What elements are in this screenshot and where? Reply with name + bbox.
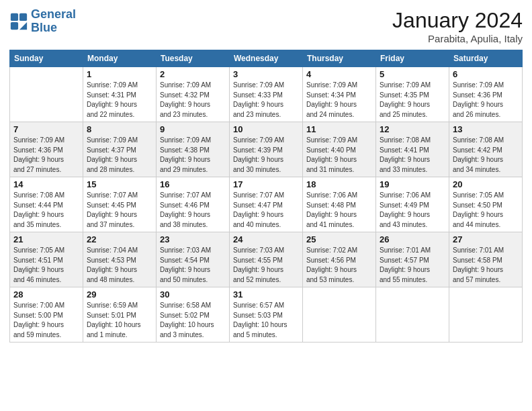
table-row: [303, 287, 376, 342]
day-info: Sunrise: 7:09 AM Sunset: 4:38 PM Dayligh…: [160, 136, 226, 175]
day-info: Sunrise: 7:09 AM Sunset: 4:39 PM Dayligh…: [233, 136, 299, 175]
table-row: 31Sunrise: 6:57 AM Sunset: 5:03 PM Dayli…: [230, 287, 303, 342]
day-info: Sunrise: 7:07 AM Sunset: 4:45 PM Dayligh…: [87, 191, 152, 230]
day-info: Sunrise: 7:09 AM Sunset: 4:36 PM Dayligh…: [13, 136, 79, 175]
col-tuesday: Tuesday: [157, 50, 230, 67]
col-sunday: Sunday: [10, 50, 83, 67]
table-row: 16Sunrise: 7:07 AM Sunset: 4:46 PM Dayli…: [157, 177, 230, 232]
day-info: Sunrise: 6:58 AM Sunset: 5:02 PM Dayligh…: [160, 301, 226, 340]
table-row: 4Sunrise: 7:09 AM Sunset: 4:34 PM Daylig…: [303, 67, 376, 122]
day-info: Sunrise: 7:09 AM Sunset: 4:33 PM Dayligh…: [233, 81, 299, 120]
table-row: [10, 67, 83, 122]
table-row: 13Sunrise: 7:08 AM Sunset: 4:42 PM Dayli…: [449, 122, 523, 177]
logo-icon: [9, 12, 28, 31]
day-number: 2: [160, 69, 226, 79]
day-info: Sunrise: 7:09 AM Sunset: 4:37 PM Dayligh…: [87, 136, 152, 175]
day-number: 25: [306, 234, 372, 244]
calendar-table: Sunday Monday Tuesday Wednesday Thursday…: [9, 50, 523, 342]
calendar-week-2: 7Sunrise: 7:09 AM Sunset: 4:36 PM Daylig…: [10, 122, 523, 177]
page-header: General Blue January 2024 Parabita, Apul…: [9, 8, 523, 44]
day-number: 3: [233, 69, 299, 79]
table-row: 18Sunrise: 7:06 AM Sunset: 4:48 PM Dayli…: [303, 177, 376, 232]
day-info: Sunrise: 7:09 AM Sunset: 4:32 PM Dayligh…: [160, 81, 226, 120]
day-info: Sunrise: 7:09 AM Sunset: 4:40 PM Dayligh…: [306, 136, 372, 175]
table-row: 15Sunrise: 7:07 AM Sunset: 4:45 PM Dayli…: [83, 177, 157, 232]
day-number: 17: [233, 179, 299, 189]
day-number: 16: [160, 179, 226, 189]
day-number: 24: [233, 234, 299, 244]
table-row: 27Sunrise: 7:01 AM Sunset: 4:58 PM Dayli…: [449, 232, 523, 287]
day-number: 20: [453, 179, 519, 189]
day-number: 27: [453, 234, 519, 244]
table-row: 1Sunrise: 7:09 AM Sunset: 4:31 PM Daylig…: [83, 67, 157, 122]
day-info: Sunrise: 7:08 AM Sunset: 4:42 PM Dayligh…: [453, 136, 519, 175]
day-number: 21: [13, 234, 79, 244]
table-row: 30Sunrise: 6:58 AM Sunset: 5:02 PM Dayli…: [157, 287, 230, 342]
day-number: 7: [13, 124, 79, 134]
table-row: 22Sunrise: 7:04 AM Sunset: 4:53 PM Dayli…: [83, 232, 157, 287]
day-number: 23: [160, 234, 226, 244]
day-info: Sunrise: 7:03 AM Sunset: 4:54 PM Dayligh…: [160, 246, 226, 285]
table-row: 10Sunrise: 7:09 AM Sunset: 4:39 PM Dayli…: [230, 122, 303, 177]
table-row: 25Sunrise: 7:02 AM Sunset: 4:56 PM Dayli…: [303, 232, 376, 287]
col-friday: Friday: [376, 50, 449, 67]
day-info: Sunrise: 7:09 AM Sunset: 4:34 PM Dayligh…: [306, 81, 372, 120]
table-row: 21Sunrise: 7:05 AM Sunset: 4:51 PM Dayli…: [10, 232, 83, 287]
calendar-week-5: 28Sunrise: 7:00 AM Sunset: 5:00 PM Dayli…: [10, 287, 523, 342]
day-info: Sunrise: 7:05 AM Sunset: 4:51 PM Dayligh…: [13, 246, 79, 285]
table-row: 29Sunrise: 6:59 AM Sunset: 5:01 PM Dayli…: [83, 287, 157, 342]
header-row: Sunday Monday Tuesday Wednesday Thursday…: [10, 50, 523, 67]
day-number: 11: [306, 124, 372, 134]
day-number: 18: [306, 179, 372, 189]
day-number: 12: [380, 124, 445, 134]
day-number: 6: [453, 69, 519, 79]
table-row: 24Sunrise: 7:03 AM Sunset: 4:55 PM Dayli…: [230, 232, 303, 287]
table-row: 6Sunrise: 7:09 AM Sunset: 4:36 PM Daylig…: [449, 67, 523, 122]
day-number: 5: [380, 69, 445, 79]
day-info: Sunrise: 7:02 AM Sunset: 4:56 PM Dayligh…: [306, 246, 372, 285]
calendar-week-3: 14Sunrise: 7:08 AM Sunset: 4:44 PM Dayli…: [10, 177, 523, 232]
day-number: 10: [233, 124, 299, 134]
col-monday: Monday: [83, 50, 157, 67]
day-number: 4: [306, 69, 372, 79]
day-info: Sunrise: 7:00 AM Sunset: 5:00 PM Dayligh…: [13, 301, 79, 340]
day-info: Sunrise: 7:07 AM Sunset: 4:47 PM Dayligh…: [233, 191, 299, 230]
day-info: Sunrise: 7:07 AM Sunset: 4:46 PM Dayligh…: [160, 191, 226, 230]
day-info: Sunrise: 7:05 AM Sunset: 4:50 PM Dayligh…: [453, 191, 519, 230]
day-info: Sunrise: 7:01 AM Sunset: 4:57 PM Dayligh…: [380, 246, 445, 285]
table-row: 3Sunrise: 7:09 AM Sunset: 4:33 PM Daylig…: [230, 67, 303, 122]
table-row: 9Sunrise: 7:09 AM Sunset: 4:38 PM Daylig…: [157, 122, 230, 177]
table-row: [376, 287, 449, 342]
svg-rect-2: [11, 22, 18, 30]
table-row: 14Sunrise: 7:08 AM Sunset: 4:44 PM Dayli…: [10, 177, 83, 232]
day-number: 1: [87, 69, 152, 79]
svg-rect-0: [11, 13, 18, 21]
table-row: [449, 287, 523, 342]
day-number: 28: [13, 289, 79, 300]
day-number: 9: [160, 124, 226, 134]
day-info: Sunrise: 7:09 AM Sunset: 4:31 PM Dayligh…: [87, 81, 152, 120]
day-number: 30: [160, 289, 226, 300]
day-number: 26: [380, 234, 445, 244]
day-info: Sunrise: 6:57 AM Sunset: 5:03 PM Dayligh…: [233, 301, 299, 340]
day-number: 19: [380, 179, 445, 189]
table-row: 12Sunrise: 7:08 AM Sunset: 4:41 PM Dayli…: [376, 122, 449, 177]
table-row: 26Sunrise: 7:01 AM Sunset: 4:57 PM Dayli…: [376, 232, 449, 287]
day-info: Sunrise: 7:08 AM Sunset: 4:44 PM Dayligh…: [13, 191, 79, 230]
svg-rect-1: [19, 13, 27, 21]
day-info: Sunrise: 7:01 AM Sunset: 4:58 PM Dayligh…: [453, 246, 519, 285]
day-info: Sunrise: 7:09 AM Sunset: 4:36 PM Dayligh…: [453, 81, 519, 120]
day-number: 14: [13, 179, 79, 189]
page-container: General Blue January 2024 Parabita, Apul…: [0, 0, 532, 348]
day-info: Sunrise: 7:08 AM Sunset: 4:41 PM Dayligh…: [380, 136, 445, 175]
table-row: 17Sunrise: 7:07 AM Sunset: 4:47 PM Dayli…: [230, 177, 303, 232]
table-row: 2Sunrise: 7:09 AM Sunset: 4:32 PM Daylig…: [157, 67, 230, 122]
table-row: 11Sunrise: 7:09 AM Sunset: 4:40 PM Dayli…: [303, 122, 376, 177]
day-info: Sunrise: 7:06 AM Sunset: 4:48 PM Dayligh…: [306, 191, 372, 230]
day-number: 13: [453, 124, 519, 134]
svg-marker-3: [19, 22, 27, 30]
day-info: Sunrise: 7:03 AM Sunset: 4:55 PM Dayligh…: [233, 246, 299, 285]
col-wednesday: Wednesday: [230, 50, 303, 67]
day-number: 8: [87, 124, 152, 134]
day-info: Sunrise: 7:04 AM Sunset: 4:53 PM Dayligh…: [87, 246, 152, 285]
